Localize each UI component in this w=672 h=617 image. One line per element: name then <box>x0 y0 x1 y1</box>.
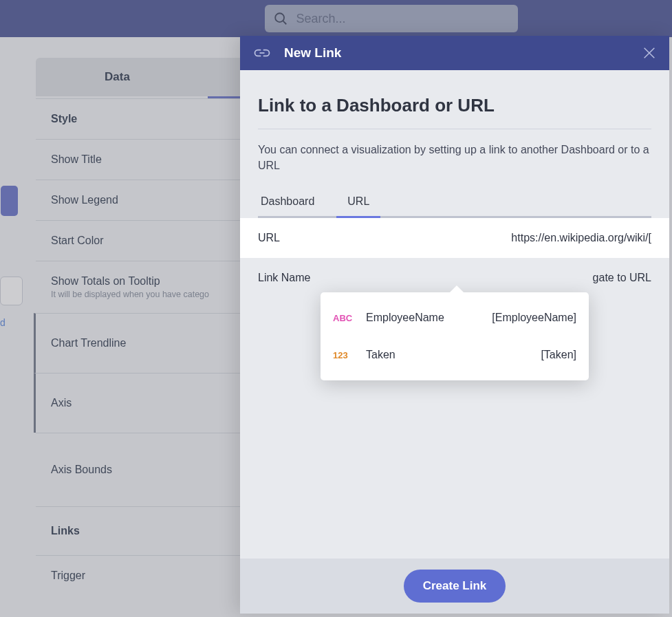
url-input[interactable] <box>452 232 651 244</box>
dropdown-item-employeename[interactable]: ABC EmployeeName [EmployeeName] <box>321 299 589 336</box>
url-label: URL <box>258 232 280 244</box>
link-name-label: Link Name <box>258 272 310 284</box>
type-badge-number: 123 <box>333 350 355 360</box>
tab-dashboard[interactable]: Dashboard <box>258 188 317 216</box>
dropdown-item-token: [EmployeeName] <box>492 312 576 324</box>
modal-title: New Link <box>284 45 341 61</box>
field-suggestions-dropdown: ABC EmployeeName [EmployeeName] 123 Take… <box>321 292 589 380</box>
link-name-input[interactable] <box>569 272 651 284</box>
link-icon <box>252 47 272 58</box>
divider <box>258 129 651 129</box>
url-row: URL <box>240 218 669 258</box>
dropdown-item-taken[interactable]: 123 Taken [Taken] <box>321 336 589 374</box>
modal-header: New Link <box>240 36 669 70</box>
link-type-tabs: Dashboard URL <box>258 188 651 218</box>
modal-heading: Link to a Dashboard or URL <box>258 95 651 116</box>
tab-url[interactable]: URL <box>345 188 372 216</box>
modal-description: You can connect a visualization by setti… <box>258 142 651 173</box>
dropdown-item-name: EmployeeName <box>366 312 444 324</box>
create-link-button[interactable]: Create Link <box>404 570 506 603</box>
type-badge-text: ABC <box>333 313 355 323</box>
dropdown-item-name: Taken <box>366 349 395 361</box>
close-icon[interactable] <box>642 45 657 61</box>
dropdown-item-token: [Taken] <box>541 349 576 361</box>
modal-footer: Create Link <box>240 559 669 614</box>
